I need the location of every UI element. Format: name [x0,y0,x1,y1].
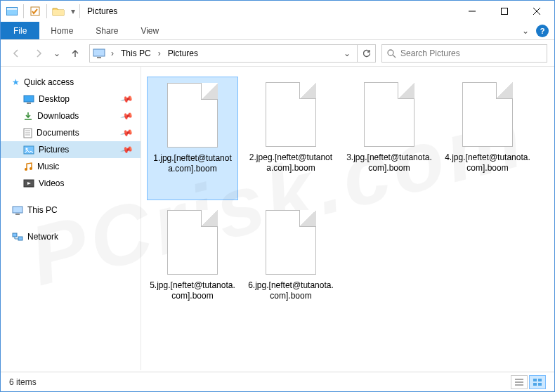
file-pane[interactable]: 1.jpg.[neftet@tutanota.com].boom2.jpeg.[… [141,67,554,370]
details-view-button[interactable] [511,375,528,389]
breadcrumb-dropdown-icon[interactable]: ⌄ [340,48,354,58]
file-item[interactable]: 6.jpg.[neftet@tutanota.com].boom [245,204,337,328]
sidebar-item-label: Pictures [39,145,69,155]
thumbnails-view-button[interactable] [529,375,546,389]
search-icon [386,48,396,58]
svg-rect-32 [533,379,537,381]
file-tab[interactable]: File [1,22,39,39]
address-bar: ⌄ › This PC › Pictures ⌄ [1,40,554,67]
title-bar: ▾ Pictures [1,1,554,22]
star-icon: ★ [12,77,20,87]
separator [46,4,47,18]
file-thumbnail [266,210,316,275]
breadcrumb-this-pc[interactable]: This PC [119,48,152,58]
svg-rect-13 [24,96,34,102]
svg-point-23 [30,167,32,170]
sidebar-item-label: Documents [37,128,79,138]
file-item[interactable]: 5.jpg.[neftet@tutanota.com].boom [147,204,238,328]
sidebar-item-label: Videos [39,178,64,188]
file-thumbnail [266,82,316,147]
svg-rect-2 [7,10,17,15]
refresh-button[interactable] [358,44,376,63]
file-thumbnail [167,83,218,148]
sidebar-item-documents[interactable]: Documents📌 [1,124,141,141]
search-input[interactable] [400,48,542,58]
sidebar-item-label: Music [37,162,59,171]
file-name: 3.jpg.[neftet@tutanota.com].boom [346,152,432,174]
tab-view[interactable]: View [129,22,170,39]
downloads-icon [23,111,33,121]
back-button[interactable] [8,45,25,62]
svg-point-11 [388,50,393,55]
ribbon-expand-icon[interactable]: ⌄ [522,26,529,36]
sidebar-item-desktop[interactable]: Desktop📌 [1,91,141,107]
file-item[interactable]: 1.jpg.[neftet@tutanota.com].boom [147,77,238,200]
svg-rect-4 [53,10,64,15]
app-icon [2,4,22,19]
svg-rect-34 [533,383,537,386]
sidebar-item-pictures[interactable]: Pictures📌 [1,141,141,158]
file-item[interactable]: 4.jpg.[neftet@tutanota.com].boom [442,77,533,200]
network-header[interactable]: Network [1,228,141,245]
pin-icon: 📌 [120,109,134,123]
pin-icon: 📌 [120,126,134,140]
forward-button[interactable] [30,45,47,62]
this-pc-label: This PC [27,205,58,215]
pin-icon: 📌 [120,92,134,106]
svg-rect-6 [502,8,508,15]
file-thumbnail [364,82,414,147]
pin-icon: 📌 [120,143,134,157]
pictures-icon [23,145,34,155]
quick-access-header[interactable]: ★ Quick access [1,74,141,91]
separator [79,4,80,18]
help-button[interactable]: ? [536,25,549,37]
svg-rect-26 [15,214,20,215]
desktop-icon [23,95,34,104]
sidebar-item-videos[interactable]: Videos [1,175,141,192]
up-button[interactable] [67,45,84,62]
file-name: 5.jpg.[neftet@tutanota.com].boom [150,280,235,301]
pc-icon [93,48,105,58]
pc-icon [12,206,23,215]
chevron-right-icon[interactable]: › [108,48,117,58]
folder-icon[interactable] [48,4,68,19]
minimize-button[interactable] [456,1,488,22]
item-count: 6 items [9,377,37,387]
ribbon: File Home Share View ⌄ ? [1,22,554,40]
svg-rect-25 [13,207,22,213]
status-bar: 6 items [1,372,554,391]
tab-home[interactable]: Home [39,22,84,39]
breadcrumb[interactable]: › This PC › Pictures ⌄ [89,44,358,63]
this-pc-header[interactable]: This PC [1,202,141,218]
maximize-button[interactable] [488,1,521,22]
videos-icon [23,179,34,188]
sidebar-item-music[interactable]: Music [1,158,141,175]
file-name: 1.jpg.[neftet@tutanota.com].boom [150,153,235,174]
svg-rect-14 [27,103,31,104]
chevron-right-icon[interactable]: › [155,48,164,58]
tab-share[interactable]: Share [84,22,129,39]
svg-line-12 [393,55,396,58]
svg-rect-10 [97,57,101,58]
network-label: Network [27,232,58,242]
separator [23,4,24,18]
svg-rect-9 [93,49,105,56]
file-item[interactable]: 3.jpg.[neftet@tutanota.com].boom [344,77,435,200]
breadcrumb-folder[interactable]: Pictures [166,48,200,58]
network-icon [12,232,23,242]
svg-rect-35 [538,383,542,386]
file-name: 2.jpeg.[neftet@tutanota.com].boom [248,152,334,174]
music-icon [23,162,33,171]
file-item[interactable]: 2.jpeg.[neftet@tutanota.com].boom [245,77,337,200]
recent-dropdown[interactable]: ⌄ [53,45,61,62]
qa-dropdown-icon[interactable]: ▾ [68,4,78,19]
svg-point-21 [26,148,28,150]
sidebar-item-downloads[interactable]: Downloads📌 [1,107,141,124]
svg-rect-27 [13,233,17,237]
search-box[interactable] [381,44,547,63]
qat-properties-icon[interactable] [25,4,45,19]
documents-icon [23,128,32,138]
file-name: 6.jpg.[neftet@tutanota.com].boom [248,280,334,301]
close-button[interactable] [521,1,553,22]
file-thumbnail [167,210,218,275]
